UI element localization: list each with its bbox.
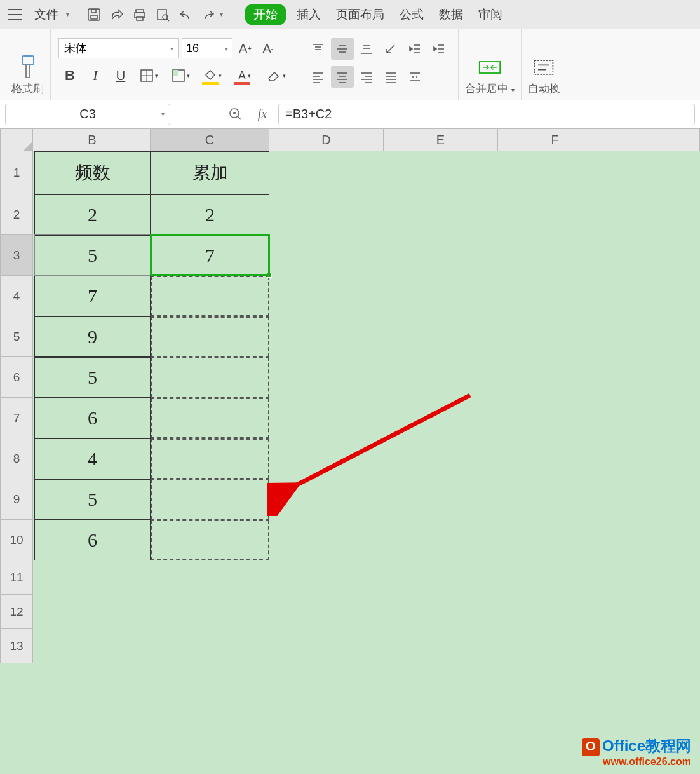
eraser-button[interactable]: ▾ (262, 65, 291, 86)
merge-center-label: 合并居中 ▾ (465, 81, 515, 96)
col-header-b[interactable]: B (34, 128, 151, 151)
font-name-select[interactable]: 宋体▾ (58, 38, 179, 58)
svg-point-7 (163, 15, 168, 20)
row-header[interactable]: 1 (0, 151, 33, 194)
col-header-d[interactable]: D (269, 128, 384, 151)
cell-style-button[interactable]: ▾ (166, 65, 196, 86)
merge-group[interactable]: 合并居中 ▾ (459, 29, 522, 100)
align-middle-icon[interactable] (331, 38, 354, 60)
decrease-indent-icon[interactable] (403, 38, 426, 60)
col-header-g[interactable] (612, 128, 700, 151)
wrap-text-label: 自动换 (528, 81, 560, 96)
cell[interactable]: 2 (151, 194, 269, 235)
row-header[interactable]: 9 (0, 479, 33, 520)
cell[interactable]: 5 (34, 479, 151, 520)
bold-button[interactable]: B (58, 65, 81, 86)
align-bottom-icon[interactable] (355, 38, 378, 60)
svg-rect-1 (91, 15, 97, 19)
fill-color-button[interactable]: ▾ (198, 65, 227, 86)
increase-indent-icon[interactable] (427, 38, 450, 60)
row-header[interactable]: 11 (0, 560, 33, 595)
row-header[interactable]: 10 (0, 520, 33, 560)
align-center-icon[interactable] (331, 66, 354, 88)
row-header[interactable]: 13 (0, 629, 33, 663)
undo-icon[interactable] (177, 6, 194, 24)
format-painter-label: 格式刷 (11, 81, 44, 96)
select-all-corner[interactable] (0, 128, 33, 151)
merge-center-icon (478, 56, 501, 79)
watermark: Office教程网 www.office26.com (582, 736, 691, 768)
cell[interactable]: 6 (34, 520, 151, 560)
row-header[interactable]: 7 (0, 398, 33, 438)
tab-start[interactable]: 开始 (245, 4, 286, 25)
cell[interactable]: 5 (34, 357, 151, 398)
font-size-select[interactable]: 16▾ (182, 38, 232, 58)
justify-icon[interactable] (379, 66, 402, 88)
cell[interactable] (151, 357, 269, 398)
row-header[interactable]: 3 (0, 235, 33, 276)
file-dropdown-icon[interactable]: ▾ (66, 11, 69, 18)
cell[interactable]: 频数 (34, 151, 151, 194)
fill-handle[interactable] (267, 273, 272, 278)
cell[interactable] (151, 479, 269, 520)
wrap-group[interactable]: 自动换 (522, 29, 567, 100)
cell[interactable] (151, 276, 269, 316)
distribute-icon[interactable] (403, 66, 426, 88)
share-icon[interactable] (108, 6, 126, 24)
fx-icon[interactable]: fx (252, 107, 273, 121)
align-right-icon[interactable] (355, 66, 378, 88)
tab-formula[interactable]: 公式 (394, 6, 429, 23)
cell[interactable]: 累加 (151, 151, 269, 194)
spreadsheet-grid[interactable]: B C D E F 1 2 3 4 5 6 7 8 9 10 11 12 13 … (0, 128, 700, 774)
tab-insert[interactable]: 插入 (292, 6, 326, 23)
col-header-c[interactable]: C (151, 128, 269, 151)
orientation-icon[interactable] (379, 38, 402, 60)
cell[interactable]: 6 (34, 398, 151, 438)
row-header[interactable]: 4 (0, 276, 33, 316)
print-icon[interactable] (131, 6, 149, 24)
file-menu[interactable]: 文件 (29, 6, 64, 23)
name-box-dropdown-icon[interactable]: ▾ (161, 111, 165, 118)
tab-review[interactable]: 审阅 (473, 6, 508, 23)
cell[interactable]: 9 (34, 316, 151, 357)
cell[interactable] (151, 316, 269, 357)
align-top-icon[interactable] (307, 38, 330, 60)
underline-button[interactable]: U (109, 65, 132, 86)
formula-input[interactable]: =B3+C2 (278, 104, 695, 125)
cell[interactable]: 7 (34, 276, 151, 316)
qat-more-icon[interactable]: ▾ (220, 11, 223, 18)
row-header[interactable]: 2 (0, 194, 33, 235)
row-header[interactable]: 8 (0, 438, 33, 479)
row-header[interactable]: 12 (0, 595, 33, 629)
svg-rect-8 (22, 56, 34, 65)
cell[interactable]: 2 (34, 194, 151, 235)
cell[interactable] (151, 520, 269, 560)
menu-hamburger-icon[interactable] (6, 6, 24, 24)
tab-data[interactable]: 数据 (434, 6, 468, 23)
cell[interactable] (151, 398, 269, 438)
italic-button[interactable]: I (84, 65, 107, 86)
border-button[interactable]: ▾ (135, 65, 164, 86)
col-header-f[interactable]: F (498, 128, 612, 151)
decrease-font-icon[interactable]: A- (258, 38, 278, 58)
svg-rect-9 (26, 65, 30, 78)
redo-icon[interactable] (199, 6, 217, 24)
row-header[interactable]: 6 (0, 357, 33, 398)
font-color-button[interactable]: A▾ (230, 65, 259, 86)
col-header-e[interactable]: E (384, 128, 498, 151)
ribbon: 格式刷 宋体▾ 16▾ A+ A- B I U ▾ ▾ ▾ A▾ ▾ (0, 29, 700, 100)
cell[interactable]: 4 (34, 438, 151, 479)
increase-font-icon[interactable]: A+ (235, 38, 255, 58)
cell[interactable] (151, 438, 269, 479)
row-header[interactable]: 5 (0, 316, 33, 357)
save-icon[interactable] (85, 6, 103, 24)
zoom-formula-icon[interactable] (225, 107, 246, 122)
svg-rect-5 (137, 17, 143, 20)
format-painter-group[interactable]: 格式刷 (0, 29, 51, 100)
cell[interactable]: 7 (151, 235, 269, 276)
print-preview-icon[interactable] (154, 6, 172, 24)
cell[interactable]: 5 (34, 235, 151, 276)
name-box[interactable]: C3 ▾ (5, 104, 170, 125)
align-left-icon[interactable] (307, 66, 330, 88)
tab-layout[interactable]: 页面布局 (331, 6, 389, 23)
